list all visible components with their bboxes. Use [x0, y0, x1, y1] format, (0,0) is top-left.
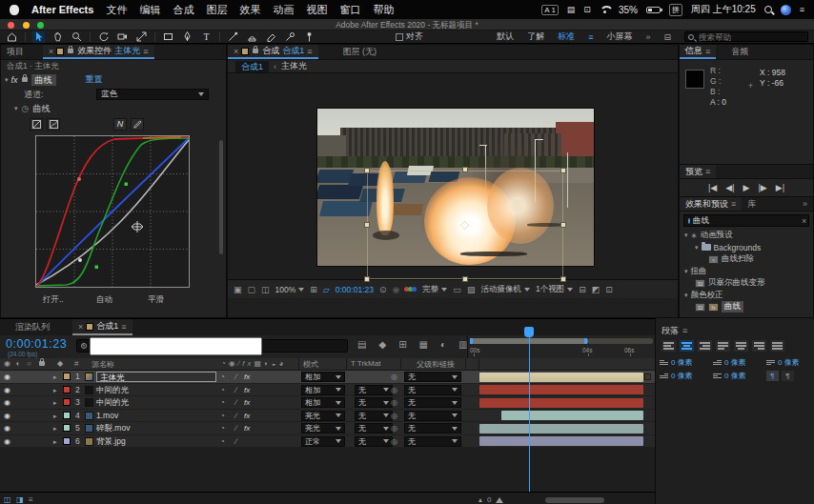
- eye-icon[interactable]: ◉: [4, 373, 10, 381]
- trkmat-column[interactable]: T TrkMat: [351, 359, 380, 368]
- label-color-chip[interactable]: [63, 398, 71, 406]
- panel-menu-icon[interactable]: ≡: [121, 322, 126, 332]
- shy-icon[interactable]: ◔: [220, 412, 225, 420]
- pickwhip-icon[interactable]: ◎: [391, 424, 397, 433]
- eye-icon[interactable]: ◉: [4, 424, 10, 433]
- pickwhip-icon[interactable]: ◎: [391, 412, 397, 420]
- effects-search-input[interactable]: [693, 216, 799, 226]
- tree-item-bezier-warp[interactable]: 32 贝塞尔曲线变形: [680, 277, 813, 290]
- layer-row-4[interactable]: ◉ ▸ 4 1.mov ◔ ∕ fx 亮光 无 ◎ 无: [0, 410, 655, 423]
- playhead-line[interactable]: [529, 329, 530, 492]
- stage-manager-icon[interactable]: ▤: [567, 5, 576, 14]
- menu-effect[interactable]: 效果: [239, 3, 260, 17]
- source-name-column[interactable]: 源名称: [92, 359, 114, 370]
- first-line-indent-field[interactable]: 0 像素: [660, 371, 713, 381]
- blend-mode-select[interactable]: 相加: [301, 397, 345, 408]
- close-icon[interactable]: ×: [78, 322, 83, 332]
- screen-mirroring-icon[interactable]: ⊡: [583, 5, 591, 14]
- pen-tool[interactable]: [181, 31, 193, 43]
- fx-icon[interactable]: fx: [244, 398, 250, 407]
- selection-handle[interactable]: [560, 276, 566, 282]
- layer-name[interactable]: 中间的光: [96, 397, 129, 409]
- roto-brush-tool[interactable]: [284, 31, 296, 43]
- expand-icon[interactable]: ▾: [695, 244, 699, 252]
- effects-search[interactable]: ×: [683, 214, 809, 227]
- blend-mode-select[interactable]: 亮光: [301, 411, 345, 421]
- expand-icon[interactable]: ▸: [53, 413, 57, 420]
- layer-duration-bar[interactable]: [479, 424, 643, 433]
- hide-shy-icon[interactable]: ⊞: [398, 339, 406, 350]
- blend-mode-select[interactable]: 相加: [301, 385, 345, 395]
- fx-icon[interactable]: fx: [244, 412, 250, 420]
- clone-stamp-tool[interactable]: [246, 31, 258, 43]
- indent-left-field[interactable]: 0 像素: [660, 357, 713, 368]
- panel-menu-icon[interactable]: ≡: [705, 47, 710, 56]
- workspace-small-screen[interactable]: 小屏幕: [606, 30, 632, 43]
- tab-effect-controls[interactable]: × 效果控件 主体光 ≡: [43, 45, 154, 59]
- quality-icon[interactable]: ∕: [235, 398, 236, 407]
- lock-icon[interactable]: [253, 49, 258, 53]
- pickwhip-icon[interactable]: ◎: [391, 398, 397, 407]
- tree-category-color-correction[interactable]: ▾ 颜色校正: [680, 290, 813, 302]
- parent-select[interactable]: 无: [404, 411, 461, 421]
- fast-preview-icon[interactable]: ◩: [592, 285, 600, 294]
- menu-layer[interactable]: 图层: [206, 3, 227, 17]
- menu-file[interactable]: 文件: [106, 3, 127, 17]
- selection-handle[interactable]: [462, 167, 468, 172]
- shy-icon[interactable]: ◔: [220, 424, 225, 433]
- secondary-monitor-icon[interactable]: ▢: [248, 285, 256, 294]
- snapshot-icon[interactable]: ⊙: [379, 285, 387, 294]
- layer-duration-bar[interactable]: [501, 411, 643, 420]
- reset-button[interactable]: 重置: [86, 73, 103, 86]
- preview-monitor-icon[interactable]: ▣: [234, 285, 242, 294]
- shy-icon[interactable]: ◔: [220, 386, 225, 394]
- layer-row-2[interactable]: ◉ ▸ 2 中间的光 ◔ ∕ fx 相加 无 ◎ 无: [0, 384, 655, 397]
- space-after-field[interactable]: 0 像素: [713, 371, 766, 381]
- time-ruler[interactable]: 00s 04s 06s: [467, 335, 655, 358]
- workspace-menu-icon[interactable]: ≡: [588, 32, 593, 42]
- input-method-badge[interactable]: 拼: [669, 4, 682, 16]
- rtl-paragraph-button[interactable]: ¶: [782, 371, 794, 381]
- expand-icon[interactable]: ▸: [53, 438, 57, 446]
- menu-composition[interactable]: 合成: [173, 3, 193, 17]
- spotlight-icon[interactable]: [764, 6, 772, 13]
- layer-row-5[interactable]: ◉ ▸ 5 碎裂.mov ◔ ∕ fx 亮光 无 ◎ 无: [0, 422, 655, 435]
- label-color-chip[interactable]: [63, 373, 71, 380]
- current-timecode[interactable]: 0:00:01:23: [6, 337, 67, 351]
- parent-select[interactable]: 无: [404, 436, 461, 447]
- tab-effects-presets[interactable]: 效果和预设≡: [680, 197, 742, 211]
- workspace-standard[interactable]: 标准: [558, 30, 575, 43]
- tab-info[interactable]: 信息≡: [680, 45, 716, 59]
- layer-duration-bar[interactable]: [479, 385, 643, 394]
- justify-last-left-button[interactable]: [716, 340, 730, 352]
- pixel-aspect-icon[interactable]: ⊟: [579, 285, 586, 294]
- close-icon[interactable]: ×: [49, 47, 53, 56]
- selection-tool[interactable]: [32, 31, 45, 43]
- workspace-bar-icon[interactable]: ⊟: [663, 32, 671, 42]
- tab-layer[interactable]: 图层 (无): [337, 45, 383, 59]
- close-icon[interactable]: ×: [234, 47, 238, 56]
- zoom-in-frames-icon[interactable]: [496, 497, 503, 503]
- audio-column-icon[interactable]: ◖: [15, 359, 20, 368]
- pickwhip-icon[interactable]: ◎: [391, 373, 397, 381]
- eye-column-icon[interactable]: ◉: [4, 359, 10, 368]
- selection-handle[interactable]: [560, 222, 566, 228]
- justify-all-button[interactable]: [770, 340, 784, 352]
- selection-handle[interactable]: [364, 222, 370, 228]
- trkmat-select[interactable]: 无: [355, 436, 393, 447]
- pencil-curve-tool-icon[interactable]: [47, 118, 60, 131]
- lock-column-icon[interactable]: [38, 359, 46, 368]
- panel-menu-icon[interactable]: ≡: [682, 326, 687, 335]
- layer-name[interactable]: 中间的光: [96, 385, 129, 396]
- tab-composition[interactable]: × 合成 合成1 ≡: [228, 45, 318, 59]
- blend-mode-select[interactable]: 正常: [301, 436, 345, 447]
- quality-icon[interactable]: ∕: [235, 386, 236, 394]
- eraser-tool[interactable]: [265, 31, 277, 43]
- menu-edit[interactable]: 编辑: [139, 3, 160, 17]
- layer-row-6[interactable]: ◉ ▸ 6 背景.jpg ◔ ∕ 正常 无 ◎ 无: [0, 435, 655, 449]
- timeline-zoom-control[interactable]: 0: [478, 495, 503, 504]
- app-menu[interactable]: After Effects: [31, 4, 93, 15]
- layer-duration-bar[interactable]: [479, 398, 643, 408]
- draft3d-icon[interactable]: ◆: [378, 339, 386, 350]
- toggle-controls-icon[interactable]: ≡: [29, 495, 33, 504]
